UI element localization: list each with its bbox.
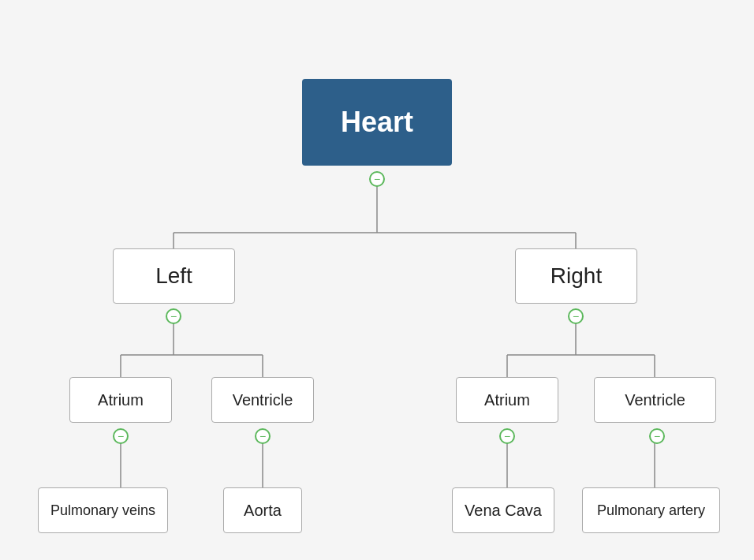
vena-cava-label: Vena Cava bbox=[465, 502, 542, 520]
left-ventricle-label: Ventricle bbox=[233, 391, 293, 409]
pulmonary-veins-node: Pulmonary veins bbox=[38, 487, 168, 533]
left-atrium-collapse-button[interactable] bbox=[113, 428, 129, 444]
pulmonary-veins-label: Pulmonary veins bbox=[50, 502, 155, 519]
left-node: Left bbox=[113, 248, 235, 304]
right-label: Right bbox=[551, 263, 602, 289]
right-collapse-button[interactable] bbox=[568, 308, 584, 324]
heart-collapse-button[interactable] bbox=[369, 171, 385, 187]
diagram-container: Heart Left Right Atrium Ventricle Atrium… bbox=[22, 16, 732, 544]
pulmonary-artery-node: Pulmonary artery bbox=[582, 487, 720, 533]
right-node: Right bbox=[515, 248, 637, 304]
left-ventricle-node: Ventricle bbox=[211, 377, 314, 423]
right-ventricle-node: Ventricle bbox=[594, 377, 716, 423]
left-collapse-button[interactable] bbox=[166, 308, 181, 324]
left-atrium-label: Atrium bbox=[98, 391, 144, 409]
left-label: Left bbox=[155, 263, 192, 289]
heart-label: Heart bbox=[341, 106, 413, 139]
pulmonary-artery-label: Pulmonary artery bbox=[597, 502, 705, 519]
heart-node: Heart bbox=[302, 79, 452, 166]
right-ventricle-label: Ventricle bbox=[625, 391, 685, 409]
right-ventricle-collapse-button[interactable] bbox=[649, 428, 665, 444]
right-atrium-node: Atrium bbox=[456, 377, 558, 423]
right-atrium-collapse-button[interactable] bbox=[499, 428, 515, 444]
vena-cava-node: Vena Cava bbox=[452, 487, 554, 533]
left-ventricle-collapse-button[interactable] bbox=[255, 428, 271, 444]
aorta-node: Aorta bbox=[223, 487, 302, 533]
aorta-label: Aorta bbox=[244, 502, 282, 520]
right-atrium-label: Atrium bbox=[484, 391, 530, 409]
left-atrium-node: Atrium bbox=[69, 377, 172, 423]
